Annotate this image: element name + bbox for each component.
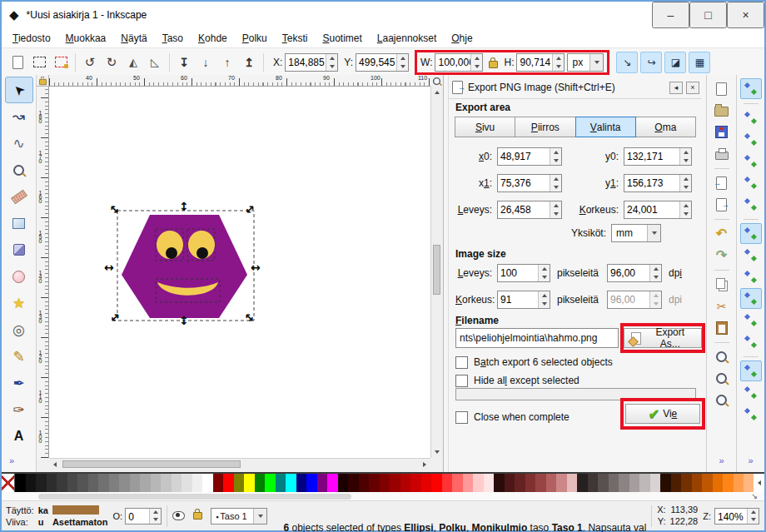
flip-horizontal-icon[interactable]: ◭ [122, 52, 144, 73]
h-spinner[interactable] [552, 54, 564, 71]
toolbar-icon[interactable] [75, 53, 76, 72]
snap-bbox-corners[interactable] [740, 151, 762, 172]
palette-swatch[interactable] [473, 474, 484, 492]
palette-swatch[interactable] [57, 474, 67, 492]
export-area-button[interactable]: Piirros [515, 117, 575, 137]
undo-button[interactable]: ↶ [711, 223, 733, 244]
palette-swatch[interactable] [338, 474, 349, 492]
snap-bbox-centers[interactable] [740, 194, 762, 215]
palette-swatch[interactable] [286, 474, 296, 492]
palette-swatch[interactable] [119, 474, 130, 492]
palette-swatch[interactable] [98, 474, 109, 492]
palette-swatch[interactable] [442, 474, 453, 492]
snap-button[interactable] [744, 356, 759, 357]
layer-lock-icon[interactable] [193, 512, 202, 520]
close-button[interactable]: × [727, 2, 764, 28]
area-height-input[interactable]: 24,001 [624, 201, 692, 219]
palette-swatch[interactable] [369, 474, 380, 492]
palette-swatch[interactable] [47, 474, 57, 492]
palette-swatch[interactable] [317, 474, 328, 492]
palette-swatch[interactable] [15, 474, 26, 492]
command-button[interactable] [714, 270, 729, 271]
left-pupil-shape[interactable] [166, 247, 177, 259]
palette-swatch[interactable] [421, 474, 432, 492]
area-width-input[interactable]: 26,458 [497, 201, 562, 219]
export-area-button[interactable]: Valinta [575, 117, 636, 137]
palette-swatch[interactable] [577, 474, 588, 492]
new-document-icon[interactable] [7, 52, 28, 73]
fill-color-swatch[interactable] [52, 505, 99, 515]
lower-icon[interactable]: ↓ [195, 52, 216, 73]
horizontal-scrollbar[interactable] [49, 458, 430, 470]
menu-item[interactable]: Suotimet [315, 30, 369, 47]
palette-swatch[interactable] [88, 474, 99, 492]
close-when-complete-checkbox[interactable] [455, 411, 468, 424]
selection-handle-e[interactable]: ↔ [251, 261, 261, 273]
selection-handle-w[interactable]: ↔ [104, 261, 114, 273]
scale-pattern-toggle[interactable]: ▦ [689, 52, 710, 73]
paste-button[interactable] [711, 317, 733, 338]
palette-swatch[interactable] [452, 474, 463, 492]
palette-swatch[interactable] [431, 474, 442, 492]
command-button[interactable] [714, 219, 729, 220]
palette-swatch[interactable] [619, 474, 629, 492]
y1-input[interactable]: 156,173 [624, 174, 692, 192]
ruler-lock-icon[interactable] [39, 79, 47, 85]
tweak-tool[interactable]: ∿ [5, 130, 33, 157]
palette-swatch[interactable] [296, 474, 307, 492]
command-button[interactable] [714, 342, 729, 343]
units-dropdown[interactable]: mm [611, 224, 661, 242]
lock-ratio-icon[interactable] [489, 61, 498, 68]
export-area-button[interactable]: Oma [635, 117, 696, 137]
h-input[interactable]: 90,714 [516, 53, 565, 72]
scale-corners-toggle[interactable]: ↪ [640, 52, 662, 73]
palette-swatch[interactable] [515, 474, 525, 492]
export-area-button[interactable]: Sivu [455, 117, 515, 137]
zoom-page-button[interactable] [711, 390, 733, 410]
palette-swatch[interactable] [380, 474, 390, 492]
selection-handle-s[interactable]: ↕ [179, 315, 189, 326]
menu-item[interactable]: Laajennokset [370, 30, 444, 47]
menu-item[interactable]: Teksti [275, 30, 316, 47]
unit-dropdown[interactable]: px [567, 53, 604, 72]
zoom-tool[interactable] [5, 157, 33, 183]
cut-button[interactable]: ✂ [711, 296, 733, 316]
fill-stroke-indicator[interactable]: Täyttö: ka Viiva: u Asettamaton [6, 505, 108, 527]
palette-swatch[interactable] [151, 474, 162, 492]
vertical-scrollbar[interactable] [430, 87, 442, 458]
palette-swatch[interactable] [276, 474, 286, 492]
text-tool[interactable]: A [5, 423, 33, 450]
palette-swatch[interactable] [192, 474, 203, 492]
no-color-swatch[interactable] [2, 474, 15, 492]
box3d-tool[interactable] [5, 236, 33, 263]
palette-swatch[interactable] [244, 474, 255, 492]
x-spinner[interactable] [326, 54, 337, 71]
menu-item[interactable]: Kohde [191, 30, 235, 47]
x0-input[interactable]: 48,917 [497, 147, 562, 166]
palette-swatch[interactable] [463, 474, 474, 492]
palette-swatch[interactable] [359, 474, 370, 492]
palette-swatch[interactable] [390, 474, 400, 492]
palette-swatch[interactable] [255, 474, 266, 492]
x1-input[interactable]: 75,376 [497, 174, 562, 192]
menu-item[interactable]: Tiedosto [5, 30, 58, 47]
scroll-down-arrow[interactable] [431, 446, 442, 458]
snap-bbox-edges[interactable] [740, 129, 762, 150]
palette-swatch[interactable] [484, 474, 495, 492]
horizontal-scroll-thumb[interactable] [62, 460, 241, 468]
print-button[interactable] [711, 143, 733, 164]
palette-swatch[interactable] [702, 474, 713, 492]
ellipse-tool[interactable] [5, 263, 33, 290]
batch-export-checkbox[interactable] [455, 356, 468, 369]
rectangle-tool[interactable] [5, 210, 33, 236]
palette-swatch[interactable] [26, 474, 37, 492]
snap-intersections[interactable] [740, 266, 762, 287]
palette-swatch[interactable] [546, 474, 557, 492]
toolbar-icon[interactable] [263, 53, 264, 72]
export-button[interactable] [711, 194, 733, 215]
snap-nodes[interactable] [740, 223, 762, 244]
minimize-button[interactable]: – [652, 2, 689, 28]
palette-swatch[interactable] [348, 474, 359, 492]
zoom-drawing-button[interactable] [711, 368, 733, 389]
measure-tool[interactable] [5, 183, 33, 210]
